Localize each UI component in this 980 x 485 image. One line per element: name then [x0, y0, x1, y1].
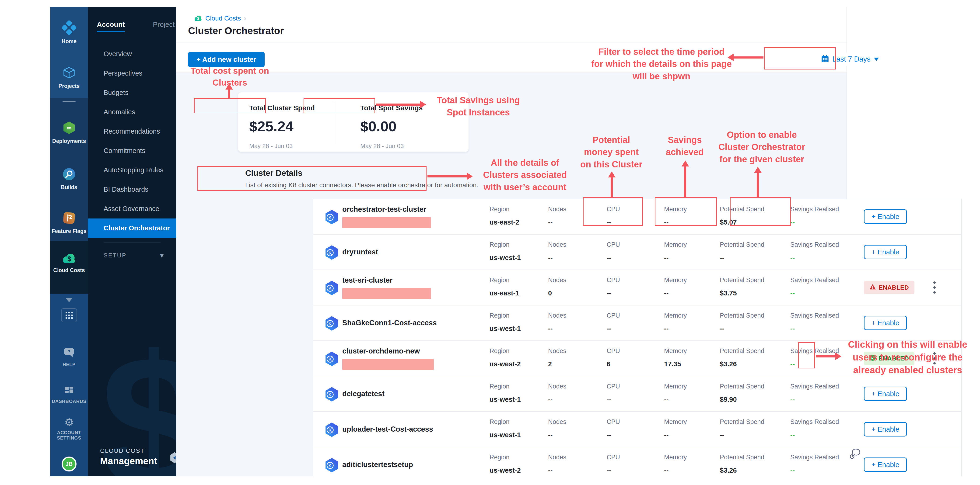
cell-label: Savings Realised [790, 312, 839, 319]
module-grid-button[interactable] [61, 308, 77, 322]
cell-savings-realised: Savings Realised-- [790, 235, 839, 269]
cell-value: -- [790, 431, 839, 439]
cell-memory: Memory-- [664, 376, 687, 411]
cell-memory: Memory-- [664, 199, 687, 234]
kubernetes-cluster-icon: K [325, 351, 339, 367]
feature-flags-icon [62, 211, 76, 226]
cell-label: Memory [664, 347, 687, 355]
rail-item-projects[interactable]: Projects [50, 66, 88, 89]
enable-button[interactable]: + Enable [864, 209, 907, 224]
cell-value: -- [548, 396, 566, 403]
module-brand: CLOUD COST Management [100, 447, 157, 466]
redacted-cluster-id [342, 359, 434, 370]
cell-cpu: CPU-- [607, 447, 620, 476]
enable-button[interactable]: + Enable [864, 245, 907, 259]
breadcrumb: $ Cloud Costs › [194, 14, 246, 22]
nav-item-budgets[interactable]: Budgets [88, 83, 176, 102]
chat-launcher-icon[interactable] [850, 448, 861, 460]
cell-label: Memory [664, 383, 687, 390]
cell-label: Potential Spend [720, 454, 764, 461]
nav-item-bi-dashboards[interactable]: BI Dashboards [88, 180, 176, 199]
cell-value: -- [720, 431, 764, 439]
module-rail: Home Projects ∞ Deployments Builds Featu… [50, 7, 88, 476]
cell-region: Regionus-east-2 [490, 199, 519, 234]
rail-item-cloud-costs[interactable]: $ Cloud Costs [50, 252, 88, 273]
cell-label: Potential Spend [720, 277, 764, 284]
cell-label: Potential Spend [720, 312, 764, 319]
nav-item-autostopping-rules[interactable]: AutoStopping Rules [88, 160, 176, 180]
rail-item-deployments[interactable]: ∞ Deployments [50, 121, 88, 144]
cell-label: Region [490, 383, 521, 390]
cell-value: -- [664, 467, 687, 474]
nav-item-recommendations[interactable]: Recommendations [88, 122, 176, 141]
nav-setup-toggle[interactable]: SETUP ▾ [103, 251, 164, 260]
cell-value: $3.26 [720, 467, 764, 474]
deployments-icon: ∞ [62, 121, 76, 136]
nav-item-anomalies[interactable]: Anomalies [88, 102, 176, 122]
rail-item-dashboards[interactable]: DASHBOARDS [50, 385, 88, 404]
kubernetes-cluster-icon: K [325, 245, 339, 261]
stat-value: $25.24 [249, 118, 315, 135]
enable-button[interactable]: + Enable [864, 458, 907, 472]
cell-label: CPU [607, 418, 620, 426]
cell-value: -- [664, 396, 687, 403]
cell-value: -- [607, 325, 620, 333]
cluster-name-block: dryruntest [342, 235, 378, 269]
svg-text:K: K [329, 285, 332, 291]
cell-potential-spend: Potential Spend-- [720, 235, 764, 269]
rail-divider [62, 101, 76, 101]
svg-text:K: K [329, 392, 332, 398]
kebab-menu[interactable] [931, 270, 938, 305]
cell-value: -- [664, 431, 687, 439]
date-range-filter[interactable]: Last 7 Days [818, 52, 882, 66]
cell-label: Nodes [548, 241, 566, 248]
enable-button[interactable]: + Enable [864, 422, 907, 436]
table-row-delegatetest: K delegatetest Regionus-west-1 Nodes-- C… [313, 376, 961, 412]
cell-value: us-west-1 [490, 396, 521, 403]
rail-item-account-settings[interactable]: ⚙ ACCOUNT SETTINGS [50, 417, 88, 441]
cell-value: -- [664, 289, 687, 297]
cell-nodes: Nodes-- [548, 447, 566, 476]
cell-value: -- [720, 254, 764, 262]
kubernetes-cluster-icon: K [325, 458, 339, 474]
nav-item-asset-governance[interactable]: Asset Governance [88, 199, 176, 219]
dashboards-icon [63, 385, 75, 396]
tab-account[interactable]: Account [97, 21, 125, 32]
svg-text:$: $ [67, 255, 71, 263]
rail-item-builds[interactable]: Builds [50, 167, 88, 190]
nav-menu: OverviewPerspectivesBudgetsAnomaliesReco… [88, 44, 176, 238]
cell-label: Region [490, 312, 521, 319]
cell-value: us-east-2 [490, 219, 519, 226]
svg-text:∞: ∞ [67, 124, 72, 132]
cell-value: us-west-2 [490, 360, 521, 368]
cluster-details-title: Cluster Details [245, 168, 302, 178]
svg-text:K: K [329, 321, 332, 327]
rail-item-home[interactable]: Home [50, 21, 88, 44]
rail-item-help[interactable]: ? HELP [50, 347, 88, 367]
cell-potential-spend: Potential Spend-- [720, 412, 764, 447]
enable-button[interactable]: + Enable [864, 316, 907, 330]
avatar[interactable]: JB [62, 456, 76, 471]
collapse-nav-button[interactable] [170, 452, 176, 464]
chevron-down-icon: ▾ [160, 251, 164, 260]
cell-nodes: Nodes-- [548, 412, 566, 447]
cell-cpu: CPU6 [607, 341, 620, 376]
tab-project[interactable]: Project [153, 21, 175, 32]
breadcrumb-link[interactable]: Cloud Costs [205, 15, 241, 22]
cloud-costs-nav-panel: $ Account Project OverviewPerspectivesBu… [88, 7, 176, 476]
chevron-down-icon[interactable] [65, 298, 73, 302]
enable-button[interactable]: + Enable [864, 387, 907, 401]
cell-value: -- [720, 325, 764, 333]
table-row-test-sri-cluster: K test-sri-cluster Regionus-east-1 Nodes… [313, 270, 961, 306]
cell-value: us-west-1 [490, 254, 521, 262]
cell-value: -- [790, 325, 839, 333]
cell-potential-spend: Potential Spend$3.26 [720, 341, 764, 376]
cell-label: Region [490, 277, 519, 284]
cell-cpu: CPU-- [607, 306, 620, 341]
nav-item-overview[interactable]: Overview [88, 44, 176, 63]
table-row-dryruntest: K dryruntest Regionus-west-1 Nodes-- CPU… [313, 235, 961, 270]
nav-item-cluster-orchestrator[interactable]: Cluster Orchestrator [88, 219, 176, 238]
rail-item-feature-flags[interactable]: Feature Flags [50, 211, 88, 234]
nav-item-commitments[interactable]: Commitments [88, 141, 176, 160]
nav-item-perspectives[interactable]: Perspectives [88, 63, 176, 83]
